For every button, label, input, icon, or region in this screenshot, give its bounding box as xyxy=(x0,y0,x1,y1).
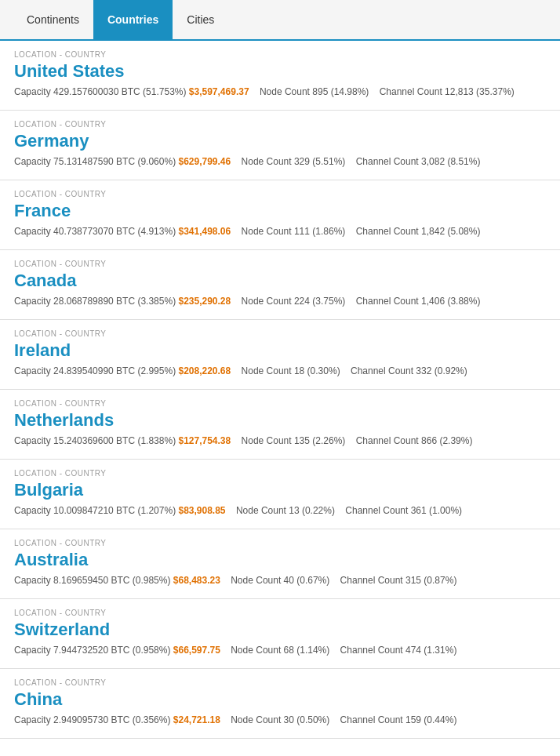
location-label: LOCATION - COUNTRY xyxy=(14,50,546,59)
tab-bar: Continents Countries Cities xyxy=(0,0,560,41)
country-entry[interactable]: LOCATION - COUNTRY Switzerland Capacity … xyxy=(0,599,560,669)
country-stats: Capacity 40.738773070 BTC (4.913%) $341,… xyxy=(14,224,546,238)
country-name: Bulgaria xyxy=(14,480,546,500)
country-name: China xyxy=(14,689,546,710)
country-entry[interactable]: LOCATION - COUNTRY Netherlands Capacity … xyxy=(0,390,560,460)
country-entry[interactable]: LOCATION - COUNTRY France Capacity 40.73… xyxy=(0,180,560,250)
country-stats: Capacity 7.944732520 BTC (0.958%) $66,59… xyxy=(14,643,546,657)
location-label: LOCATION - COUNTRY xyxy=(14,260,546,268)
country-stats: Capacity 75.131487590 BTC (9.060%) $629,… xyxy=(14,154,546,169)
tab-countries[interactable]: Countries xyxy=(93,0,173,39)
location-label: LOCATION - COUNTRY xyxy=(14,399,546,408)
country-entry[interactable]: LOCATION - COUNTRY Ireland Capacity 24.8… xyxy=(0,320,560,390)
location-label: LOCATION - COUNTRY xyxy=(14,539,546,547)
country-name: Switzerland xyxy=(14,620,546,640)
location-label: LOCATION - COUNTRY xyxy=(14,190,546,198)
country-name: Netherlands xyxy=(14,410,546,431)
country-name: France xyxy=(14,201,546,221)
country-name: United States xyxy=(14,61,546,82)
country-name: Australia xyxy=(14,550,546,570)
country-entry[interactable]: LOCATION - COUNTRY Australia Capacity 8.… xyxy=(0,529,560,599)
country-name: Germany xyxy=(14,131,546,151)
country-entry[interactable]: LOCATION - COUNTRY United States Capacit… xyxy=(0,41,560,111)
country-stats: Capacity 429.157600030 BTC (51.753%) $3,… xyxy=(14,85,546,99)
country-list: LOCATION - COUNTRY United States Capacit… xyxy=(0,41,560,739)
tab-cities[interactable]: Cities xyxy=(173,0,228,39)
tab-continents[interactable]: Continents xyxy=(13,0,93,39)
country-stats: Capacity 10.009847210 BTC (1.207%) $83,9… xyxy=(14,503,546,518)
country-stats: Capacity 24.839540990 BTC (2.995%) $208,… xyxy=(14,364,546,378)
country-stats: Capacity 2.949095730 BTC (0.356%) $24,72… xyxy=(14,713,546,727)
location-label: LOCATION - COUNTRY xyxy=(14,678,546,687)
country-stats: Capacity 8.169659450 BTC (0.985%) $68,48… xyxy=(14,573,546,587)
country-name: Ireland xyxy=(14,340,546,361)
location-label: LOCATION - COUNTRY xyxy=(14,120,546,129)
location-label: LOCATION - COUNTRY xyxy=(14,609,546,617)
country-name: Canada xyxy=(14,271,546,291)
country-entry[interactable]: LOCATION - COUNTRY Bulgaria Capacity 10.… xyxy=(0,460,560,529)
country-entry[interactable]: LOCATION - COUNTRY Canada Capacity 28.06… xyxy=(0,250,560,320)
country-stats: Capacity 15.240369600 BTC (1.838%) $127,… xyxy=(14,434,546,448)
location-label: LOCATION - COUNTRY xyxy=(14,469,546,478)
country-entry[interactable]: LOCATION - COUNTRY Germany Capacity 75.1… xyxy=(0,111,560,180)
country-stats: Capacity 28.068789890 BTC (3.385%) $235,… xyxy=(14,294,546,308)
location-label: LOCATION - COUNTRY xyxy=(14,329,546,338)
country-entry[interactable]: LOCATION - COUNTRY China Capacity 2.9490… xyxy=(0,669,560,739)
